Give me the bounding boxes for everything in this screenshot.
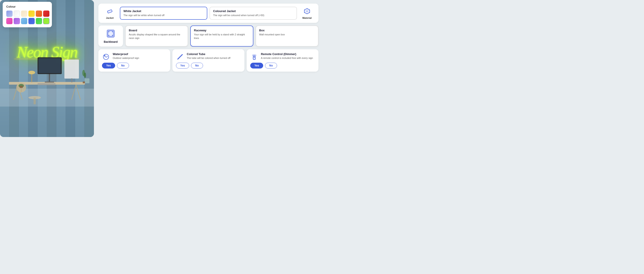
svg-point-33 (112, 35, 113, 36)
svg-rect-39 (253, 56, 255, 60)
colored-tube-header: Colored Tube The tube will be colored wh… (176, 52, 240, 61)
backboard-icon (106, 29, 116, 39)
backboard-options: Board Acrylic display shaped like a squa… (125, 26, 318, 47)
remote-control-yes-btn[interactable]: Yes (250, 63, 264, 69)
swatch-green[interactable] (36, 18, 42, 24)
svg-rect-11 (71, 78, 72, 82)
swatch-cream[interactable] (21, 11, 27, 17)
raceway-title: Raceway (194, 29, 250, 32)
swatch-orange[interactable] (36, 11, 42, 17)
coloured-jacket-card[interactable]: Coloured Jacket The sign will be coloure… (210, 7, 297, 20)
material-icon (303, 7, 311, 15)
swatch-yellow[interactable] (28, 11, 35, 17)
svg-rect-10 (64, 60, 79, 79)
swatch-light-blue[interactable] (21, 18, 27, 24)
remote-control-content: Remote Control (Dimmer) A remote control… (261, 52, 313, 60)
waterproof-icon (102, 53, 110, 61)
swatch-blue-purple[interactable] (6, 11, 12, 17)
colored-tube-buttons: Yes No (176, 63, 240, 69)
remote-control-card: Remote Control (Dimmer) A remote control… (247, 49, 318, 72)
svg-rect-40 (254, 57, 255, 58)
jacket-label: Jacket (106, 17, 114, 19)
waterproof-content: Waterproof Outdoor waterproof sign (113, 52, 139, 60)
white-jacket-title: White Jacket (124, 10, 204, 13)
waterproof-no-btn[interactable]: No (117, 63, 129, 69)
svg-rect-19 (38, 83, 56, 85)
waterproof-title: Waterproof (113, 52, 139, 56)
white-jacket-desc: The sign will be white when turned off (124, 14, 204, 17)
board-card[interactable]: Board Acrylic display shaped like a squa… (125, 26, 188, 47)
remote-control-header: Remote Control (Dimmer) A remote control… (250, 52, 315, 61)
board-desc: Acrylic display shaped like a square aro… (129, 33, 184, 40)
colour-grid (6, 11, 48, 24)
colored-tube-title: Colored Tube (187, 52, 230, 56)
waterproof-yes-btn[interactable]: Yes (102, 63, 115, 69)
colored-tube-desc: The tube will be colored when turned off (187, 56, 230, 60)
colored-tube-no-btn[interactable]: No (191, 63, 203, 69)
right-panel: Jacket White Jacket The sign will be whi… (94, 0, 322, 137)
backboard-row: Backboard Board Acrylic display shaped l… (98, 26, 318, 47)
svg-point-32 (108, 35, 109, 36)
remote-control-no-btn[interactable]: No (265, 63, 277, 69)
backboard-card: Backboard (98, 26, 123, 47)
material-section: Material (299, 7, 315, 20)
left-panel: Neon Sign (0, 0, 94, 137)
svg-rect-16 (31, 73, 32, 82)
svg-point-30 (108, 31, 109, 32)
remote-control-title: Remote Control (Dimmer) (261, 52, 313, 56)
remote-control-desc: A remote control is included free with e… (261, 56, 313, 60)
colored-tube-icon (176, 53, 184, 61)
waterproof-header: Waterproof Outdoor waterproof sign (102, 52, 166, 61)
box-desc: Wall mounted open box (259, 33, 315, 36)
remote-control-buttons: Yes No (250, 63, 315, 69)
white-jacket-card[interactable]: White Jacket The sign will be white when… (120, 7, 207, 20)
svg-point-31 (112, 31, 113, 32)
svg-point-22 (84, 73, 86, 78)
board-title: Board (129, 29, 184, 32)
colored-tube-content: Colored Tube The tube will be colored wh… (187, 52, 230, 60)
remote-control-icon (250, 53, 258, 61)
svg-rect-23 (83, 82, 85, 83)
coloured-jacket-title: Coloured Jacket (213, 10, 294, 13)
swatch-lime[interactable] (43, 18, 50, 24)
swatch-blue[interactable] (28, 18, 35, 24)
svg-rect-9 (38, 58, 61, 73)
waterproof-card: Waterproof Outdoor waterproof sign Yes N… (98, 49, 170, 72)
bottom-row: Waterproof Outdoor waterproof sign Yes N… (98, 49, 318, 72)
swatch-pink[interactable] (6, 18, 12, 24)
colored-tube-yes-btn[interactable]: Yes (176, 63, 189, 69)
box-title: Box (259, 29, 315, 32)
svg-rect-25 (34, 98, 36, 104)
waterproof-buttons: Yes No (102, 63, 166, 69)
material-label: Material (302, 17, 312, 19)
swatch-red[interactable] (43, 11, 50, 17)
svg-rect-15 (20, 86, 23, 88)
backboard-label: Backboard (104, 40, 118, 44)
svg-rect-18 (84, 78, 90, 83)
jacket-icon-section: Jacket (102, 7, 118, 20)
raceway-desc: Your sign will be held by a stand with 2… (194, 33, 250, 40)
svg-point-17 (28, 71, 35, 74)
svg-rect-13 (21, 88, 22, 92)
colored-tube-card: Colored Tube The tube will be colored wh… (172, 49, 244, 72)
colour-picker: Colour (3, 2, 52, 27)
raceway-card[interactable]: Raceway Your sign will be held by a stan… (190, 26, 253, 47)
colour-picker-title: Colour (6, 5, 48, 8)
swatch-white[interactable] (14, 11, 20, 17)
waterproof-desc: Outdoor waterproof sign (113, 56, 139, 60)
jacket-row: Jacket White Jacket The sign will be whi… (98, 4, 318, 23)
coloured-jacket-desc: The sign will be coloured when turned of… (213, 14, 294, 17)
jacket-icon (106, 7, 114, 15)
svg-rect-7 (45, 82, 54, 83)
box-card[interactable]: Box Wall mounted open box (256, 26, 318, 47)
main-container: Neon Sign (0, 0, 322, 137)
swatch-purple[interactable] (14, 18, 20, 24)
